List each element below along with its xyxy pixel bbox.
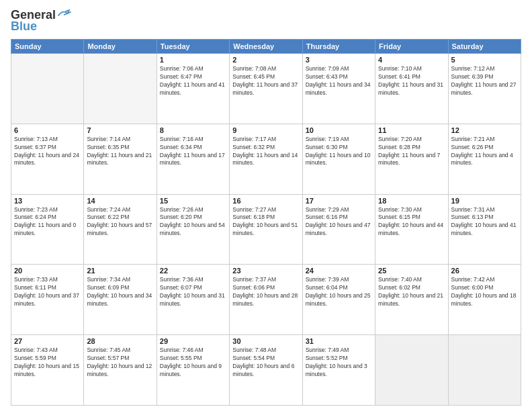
day-number: 9	[232, 126, 299, 134]
day-number: 23	[232, 267, 299, 275]
day-header-saturday: Saturday	[448, 40, 521, 54]
day-info: Sunrise: 7:49 AM Sunset: 5:52 PM Dayligh…	[306, 347, 372, 379]
logo-bird-icon	[57, 9, 72, 19]
calendar-cell: 5Sunrise: 7:12 AM Sunset: 6:39 PM Daylig…	[448, 54, 521, 124]
day-number: 21	[87, 267, 153, 275]
calendar-cell	[84, 54, 157, 124]
calendar-cell: 29Sunrise: 7:46 AM Sunset: 5:55 PM Dayli…	[157, 335, 229, 406]
day-info: Sunrise: 7:12 AM Sunset: 6:39 PM Dayligh…	[451, 65, 518, 97]
day-number: 16	[232, 197, 299, 205]
day-number: 15	[160, 197, 226, 205]
calendar-cell: 12Sunrise: 7:21 AM Sunset: 6:26 PM Dayli…	[448, 124, 521, 194]
week-row-2: 6Sunrise: 7:13 AM Sunset: 6:37 PM Daylig…	[11, 124, 521, 194]
day-header-sunday: Sunday	[11, 40, 84, 54]
day-info: Sunrise: 7:40 AM Sunset: 6:02 PM Dayligh…	[378, 276, 445, 308]
logo-blue: Blue	[11, 19, 37, 34]
day-number: 14	[87, 197, 153, 205]
day-info: Sunrise: 7:19 AM Sunset: 6:30 PM Dayligh…	[306, 136, 372, 168]
day-header-friday: Friday	[375, 40, 448, 54]
calendar-cell: 23Sunrise: 7:37 AM Sunset: 6:06 PM Dayli…	[230, 265, 302, 335]
day-number: 27	[14, 337, 81, 345]
calendar-body: 1Sunrise: 7:06 AM Sunset: 6:47 PM Daylig…	[11, 54, 521, 406]
calendar-cell	[11, 54, 84, 124]
calendar-cell: 7Sunrise: 7:14 AM Sunset: 6:35 PM Daylig…	[84, 124, 157, 194]
calendar-cell: 18Sunrise: 7:30 AM Sunset: 6:15 PM Dayli…	[375, 194, 448, 265]
day-info: Sunrise: 7:17 AM Sunset: 6:32 PM Dayligh…	[232, 136, 299, 168]
day-number: 8	[160, 126, 226, 134]
day-info: Sunrise: 7:46 AM Sunset: 5:55 PM Dayligh…	[160, 347, 226, 379]
day-info: Sunrise: 7:26 AM Sunset: 6:20 PM Dayligh…	[160, 206, 226, 238]
day-info: Sunrise: 7:39 AM Sunset: 6:04 PM Dayligh…	[306, 276, 372, 308]
day-info: Sunrise: 7:13 AM Sunset: 6:37 PM Dayligh…	[14, 136, 81, 168]
day-header-monday: Monday	[84, 40, 157, 54]
day-number: 30	[232, 337, 299, 345]
calendar-cell: 1Sunrise: 7:06 AM Sunset: 6:47 PM Daylig…	[157, 54, 229, 124]
calendar-cell: 13Sunrise: 7:23 AM Sunset: 6:24 PM Dayli…	[11, 194, 84, 265]
day-info: Sunrise: 7:24 AM Sunset: 6:22 PM Dayligh…	[87, 206, 153, 238]
page: General Blue SundayMondayTuesdayWednesda…	[0, 0, 532, 411]
day-number: 2	[232, 56, 299, 64]
day-info: Sunrise: 7:30 AM Sunset: 6:15 PM Dayligh…	[378, 206, 445, 238]
day-number: 29	[160, 337, 226, 345]
calendar-cell: 10Sunrise: 7:19 AM Sunset: 6:30 PM Dayli…	[302, 124, 375, 194]
calendar-cell: 22Sunrise: 7:36 AM Sunset: 6:07 PM Dayli…	[157, 265, 229, 335]
calendar-cell: 24Sunrise: 7:39 AM Sunset: 6:04 PM Dayli…	[302, 265, 375, 335]
week-row-4: 20Sunrise: 7:33 AM Sunset: 6:11 PM Dayli…	[11, 265, 521, 335]
day-info: Sunrise: 7:09 AM Sunset: 6:43 PM Dayligh…	[306, 65, 372, 97]
calendar-cell: 31Sunrise: 7:49 AM Sunset: 5:52 PM Dayli…	[302, 335, 375, 406]
day-info: Sunrise: 7:33 AM Sunset: 6:11 PM Dayligh…	[14, 276, 81, 308]
calendar-cell: 4Sunrise: 7:10 AM Sunset: 6:41 PM Daylig…	[375, 54, 448, 124]
calendar-cell	[448, 335, 521, 406]
day-info: Sunrise: 7:36 AM Sunset: 6:07 PM Dayligh…	[160, 276, 226, 308]
calendar-cell: 25Sunrise: 7:40 AM Sunset: 6:02 PM Dayli…	[375, 265, 448, 335]
day-info: Sunrise: 7:29 AM Sunset: 6:16 PM Dayligh…	[306, 206, 372, 238]
day-number: 22	[160, 267, 226, 275]
day-number: 20	[14, 267, 81, 275]
calendar-cell: 3Sunrise: 7:09 AM Sunset: 6:43 PM Daylig…	[302, 54, 375, 124]
logo: General Blue	[11, 8, 72, 34]
calendar-cell: 16Sunrise: 7:27 AM Sunset: 6:18 PM Dayli…	[230, 194, 302, 265]
week-row-3: 13Sunrise: 7:23 AM Sunset: 6:24 PM Dayli…	[11, 194, 521, 265]
day-info: Sunrise: 7:20 AM Sunset: 6:28 PM Dayligh…	[378, 136, 445, 168]
day-header-thursday: Thursday	[302, 40, 375, 54]
day-number: 7	[87, 126, 153, 134]
day-number: 5	[451, 56, 518, 64]
day-info: Sunrise: 7:43 AM Sunset: 5:59 PM Dayligh…	[14, 347, 81, 379]
calendar-cell: 21Sunrise: 7:34 AM Sunset: 6:09 PM Dayli…	[84, 265, 157, 335]
day-number: 19	[451, 197, 518, 205]
day-number: 24	[306, 267, 372, 275]
day-info: Sunrise: 7:45 AM Sunset: 5:57 PM Dayligh…	[87, 347, 153, 379]
day-info: Sunrise: 7:42 AM Sunset: 6:00 PM Dayligh…	[451, 276, 518, 308]
day-number: 26	[451, 267, 518, 275]
day-info: Sunrise: 7:06 AM Sunset: 6:47 PM Dayligh…	[160, 65, 226, 97]
calendar-cell: 19Sunrise: 7:31 AM Sunset: 6:13 PM Dayli…	[448, 194, 521, 265]
day-number: 3	[306, 56, 372, 64]
day-info: Sunrise: 7:21 AM Sunset: 6:26 PM Dayligh…	[451, 136, 518, 168]
day-info: Sunrise: 7:16 AM Sunset: 6:34 PM Dayligh…	[160, 136, 226, 168]
header: General Blue	[11, 8, 521, 34]
calendar-cell: 28Sunrise: 7:45 AM Sunset: 5:57 PM Dayli…	[84, 335, 157, 406]
day-info: Sunrise: 7:34 AM Sunset: 6:09 PM Dayligh…	[87, 276, 153, 308]
day-number: 25	[378, 267, 445, 275]
day-header-wednesday: Wednesday	[230, 40, 302, 54]
day-number: 12	[451, 126, 518, 134]
day-info: Sunrise: 7:08 AM Sunset: 6:45 PM Dayligh…	[232, 65, 299, 97]
calendar-cell: 17Sunrise: 7:29 AM Sunset: 6:16 PM Dayli…	[302, 194, 375, 265]
calendar-cell: 2Sunrise: 7:08 AM Sunset: 6:45 PM Daylig…	[230, 54, 302, 124]
calendar-cell: 20Sunrise: 7:33 AM Sunset: 6:11 PM Dayli…	[11, 265, 84, 335]
calendar-cell	[375, 335, 448, 406]
day-number: 28	[87, 337, 153, 345]
week-row-1: 1Sunrise: 7:06 AM Sunset: 6:47 PM Daylig…	[11, 54, 521, 124]
day-info: Sunrise: 7:37 AM Sunset: 6:06 PM Dayligh…	[232, 276, 299, 308]
calendar-cell: 30Sunrise: 7:48 AM Sunset: 5:54 PM Dayli…	[230, 335, 302, 406]
calendar-cell: 9Sunrise: 7:17 AM Sunset: 6:32 PM Daylig…	[230, 124, 302, 194]
calendar-cell: 8Sunrise: 7:16 AM Sunset: 6:34 PM Daylig…	[157, 124, 229, 194]
day-number: 11	[378, 126, 445, 134]
day-number: 31	[306, 337, 372, 345]
day-header-tuesday: Tuesday	[157, 40, 229, 54]
calendar-cell: 6Sunrise: 7:13 AM Sunset: 6:37 PM Daylig…	[11, 124, 84, 194]
calendar-header-row: SundayMondayTuesdayWednesdayThursdayFrid…	[11, 40, 521, 54]
calendar-cell: 27Sunrise: 7:43 AM Sunset: 5:59 PM Dayli…	[11, 335, 84, 406]
week-row-5: 27Sunrise: 7:43 AM Sunset: 5:59 PM Dayli…	[11, 335, 521, 406]
day-info: Sunrise: 7:23 AM Sunset: 6:24 PM Dayligh…	[14, 206, 81, 238]
